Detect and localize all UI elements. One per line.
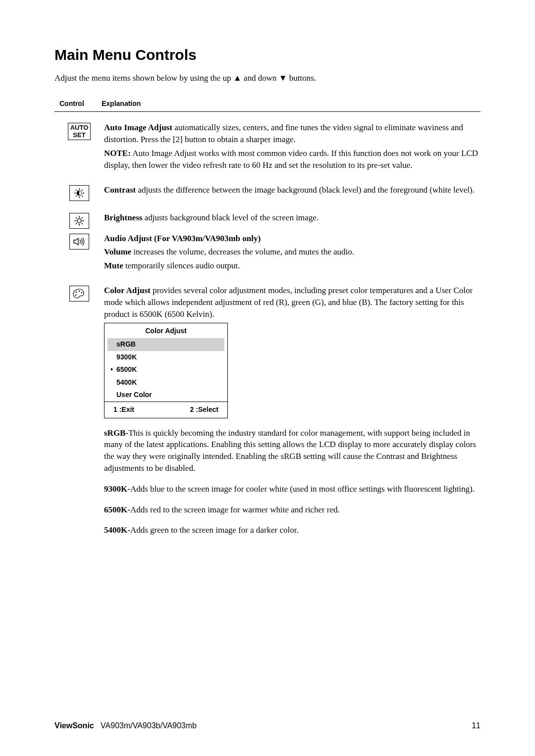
auto-note-lead: NOTE: [104, 149, 131, 158]
volume-lead: Volume [104, 247, 131, 256]
osd-title: Color Adjust [105, 323, 227, 338]
speaker-icon [69, 234, 89, 250]
header-control: Control [54, 99, 102, 109]
footer-page: 11 [472, 720, 481, 731]
auto-note-body: Auto Image Adjust works with most common… [104, 149, 478, 170]
osd-item-usercolor: User Color [105, 389, 227, 402]
svg-point-20 [79, 291, 80, 292]
svg-line-9 [82, 190, 83, 191]
intro-text: Adjust the menu items shown below by usi… [54, 72, 481, 84]
k5400-lead: 5400K- [104, 525, 130, 535]
svg-line-6 [76, 190, 77, 191]
contrast-body: adjusts the difference between the image… [136, 185, 475, 195]
osd-item-6500k: 6500K [105, 363, 227, 376]
intro-post: buttons. [287, 73, 317, 83]
auto-icon-line2: SET [70, 132, 89, 139]
table-header: Control Explanation [54, 99, 481, 112]
svg-line-18 [82, 217, 83, 219]
srgb-lead: sRGB- [104, 428, 128, 438]
auto-set-icon: AUTO SET [68, 123, 91, 140]
svg-line-17 [76, 223, 77, 224]
triangle-up-icon: ▲ [233, 72, 242, 84]
row-contrast: Contrast adjusts the difference between … [54, 184, 481, 201]
auto-lead: Auto Image Adjust [104, 123, 172, 132]
osd-select: 2 :Select [190, 405, 218, 415]
k9300-body: Adds blue to the screen image for cooler… [130, 484, 475, 494]
color-body: provides several color adjustment modes,… [104, 286, 473, 319]
palette-icon [69, 286, 89, 302]
contrast-lead: Contrast [104, 185, 136, 195]
srgb-body: This is quickly becoming the industry st… [104, 428, 476, 473]
osd-item-5400k: 5400K [105, 376, 227, 389]
svg-point-21 [81, 292, 83, 294]
osd-color-adjust: Color Adjust sRGB 9300K 6500K 5400K User… [104, 323, 228, 418]
volume-body: increases the volume, decreases the volu… [131, 247, 354, 256]
row-auto-image-adjust: AUTO SET Auto Image Adjust automatically… [54, 122, 481, 173]
row-audio-adjust: Audio Adjust (For VA903m/VA903mb only) V… [54, 233, 481, 274]
page-title: Main Menu Controls [54, 45, 481, 65]
osd-item-9300k: 9300K [105, 351, 227, 364]
intro-pre: Adjust the menu items shown below by usi… [54, 73, 233, 83]
row-color-adjust: Color Adjust provides several color adju… [54, 285, 481, 545]
footer-model: VA903m/VA903b/VA903mb [94, 721, 197, 730]
triangle-down-icon: ▼ [279, 72, 287, 84]
svg-point-19 [76, 292, 77, 293]
svg-point-22 [75, 295, 77, 296]
k6500-body: Adds red to the screen image for warmer … [130, 505, 340, 514]
contrast-icon [69, 185, 89, 201]
mute-body: temporarily silences audio output. [123, 261, 240, 270]
auto-icon-line1: AUTO [70, 124, 89, 131]
audio-heading: Audio Adjust (For VA903m/VA903mb only) [104, 233, 481, 245]
k6500-lead: 6500K- [104, 505, 130, 514]
svg-line-15 [76, 217, 77, 219]
footer-brand: ViewSonic [54, 721, 94, 730]
header-explanation: Explanation [102, 99, 481, 109]
intro-mid: and down [242, 73, 279, 83]
svg-line-7 [82, 196, 83, 197]
page-footer: ViewSonic VA903m/VA903b/VA903mb 11 [54, 720, 481, 731]
k5400-body: Adds green to the screen image for a dar… [130, 525, 299, 535]
osd-item-srgb: sRGB [107, 338, 224, 351]
mute-lead: Mute [104, 261, 123, 270]
svg-line-8 [76, 196, 77, 197]
brightness-body: adjusts background black level of the sc… [142, 213, 318, 222]
k9300-lead: 9300K- [104, 484, 130, 494]
row-brightness: Brightness adjusts background black leve… [54, 212, 481, 229]
brightness-lead: Brightness [104, 213, 142, 222]
svg-point-10 [77, 219, 81, 223]
svg-line-16 [82, 223, 83, 224]
osd-exit: 1 :Exit [113, 405, 190, 415]
color-lead: Color Adjust [104, 286, 151, 295]
brightness-icon [69, 213, 89, 229]
